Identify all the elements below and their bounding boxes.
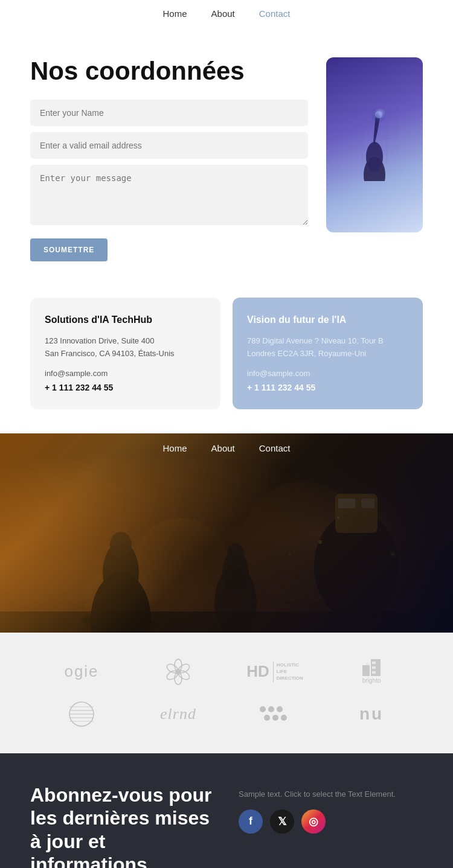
hero-nav-home[interactable]: Home bbox=[163, 443, 187, 453]
email-input[interactable] bbox=[30, 132, 308, 159]
svg-point-56 bbox=[281, 715, 287, 721]
top-navigation: Home About Contact bbox=[0, 0, 453, 27]
card1-address: 123 Innovation Drive, Suite 400 San Fran… bbox=[45, 335, 206, 360]
svg-point-51 bbox=[260, 706, 266, 712]
logo-nu: nu bbox=[326, 699, 417, 729]
card1-email: info@sample.com bbox=[45, 369, 206, 378]
card2-phone: + 1 111 232 44 55 bbox=[247, 383, 408, 392]
contact-image-area bbox=[326, 57, 423, 232]
striped-circle-icon bbox=[68, 701, 95, 727]
svg-rect-44 bbox=[372, 671, 376, 674]
contact-form-area: Nos coordonnées SOUMETTRE bbox=[30, 57, 308, 261]
svg-point-54 bbox=[264, 715, 270, 721]
contact-image bbox=[326, 57, 423, 232]
svg-point-55 bbox=[272, 715, 278, 721]
nav-about[interactable]: About bbox=[211, 8, 235, 19]
svg-point-52 bbox=[268, 706, 274, 712]
logo-dots bbox=[230, 699, 320, 729]
footer-sample-text: Sample text. Click to select the Text El… bbox=[239, 790, 423, 799]
logo-elrnd: elrnd bbox=[133, 699, 223, 729]
hero-overlay bbox=[0, 433, 453, 633]
flower-icon bbox=[163, 657, 193, 687]
facebook-icon[interactable]: f bbox=[239, 809, 263, 834]
address-card-2: Vision du futur de l'IA 789 Digital Aven… bbox=[233, 298, 423, 409]
dots-icon bbox=[259, 704, 291, 724]
address-card-1: Solutions d'IA TechHub 123 Innovation Dr… bbox=[30, 298, 220, 409]
footer-section: Abonnez-vous pour les dernières mises à … bbox=[0, 753, 453, 868]
logo-brighto: brighto bbox=[326, 657, 417, 687]
submit-button[interactable]: SOUMETTRE bbox=[30, 238, 108, 261]
logo-striped bbox=[36, 699, 127, 729]
brighto-icon bbox=[362, 659, 381, 676]
hand-icon bbox=[344, 109, 405, 181]
message-input[interactable] bbox=[30, 165, 308, 225]
card2-email: info@sample.com bbox=[247, 369, 408, 378]
svg-point-3 bbox=[375, 111, 382, 118]
logos-section: ogie HD HOLISTICLIFEDIRECTION bbox=[0, 633, 453, 753]
card2-title: Vision du futur de l'IA bbox=[247, 314, 408, 325]
hero-nav-about[interactable]: About bbox=[211, 443, 235, 453]
instagram-icon[interactable]: ◎ bbox=[301, 809, 326, 834]
svg-rect-43 bbox=[372, 666, 376, 669]
contact-section: Nos coordonnées SOUMETTRE bbox=[0, 27, 453, 286]
logo-hd: HD HOLISTICLIFEDIRECTION bbox=[230, 657, 320, 687]
logo-flower bbox=[133, 657, 223, 687]
card2-address: 789 Digital Avenue ? Niveau 10, Tour B L… bbox=[247, 335, 408, 360]
hero-section: Home About Contact bbox=[0, 433, 453, 633]
contact-image-inner bbox=[326, 57, 423, 232]
social-icons: f 𝕏 ◎ bbox=[239, 809, 423, 834]
address-section: Solutions d'IA TechHub 123 Innovation Dr… bbox=[0, 286, 453, 433]
svg-rect-39 bbox=[362, 665, 370, 676]
svg-point-1 bbox=[366, 142, 383, 172]
card1-phone: + 1 111 232 44 55 bbox=[45, 383, 206, 392]
footer-left: Abonnez-vous pour les dernières mises à … bbox=[30, 783, 214, 868]
contact-title: Nos coordonnées bbox=[30, 57, 308, 85]
card1-title: Solutions d'IA TechHub bbox=[45, 314, 206, 325]
hero-navigation: Home About Contact bbox=[0, 443, 453, 453]
svg-point-53 bbox=[277, 706, 283, 712]
footer-heading: Abonnez-vous pour les dernières mises à … bbox=[30, 783, 214, 868]
hero-nav-contact[interactable]: Contact bbox=[259, 443, 291, 453]
name-input[interactable] bbox=[30, 100, 308, 126]
footer-right: Sample text. Click to select the Text El… bbox=[239, 783, 423, 834]
logo-ogie: ogie bbox=[36, 657, 127, 687]
svg-rect-42 bbox=[372, 662, 376, 664]
nav-home[interactable]: Home bbox=[163, 8, 187, 19]
nav-contact[interactable]: Contact bbox=[259, 8, 291, 19]
twitter-icon[interactable]: 𝕏 bbox=[270, 809, 294, 834]
svg-rect-41 bbox=[366, 663, 370, 665]
